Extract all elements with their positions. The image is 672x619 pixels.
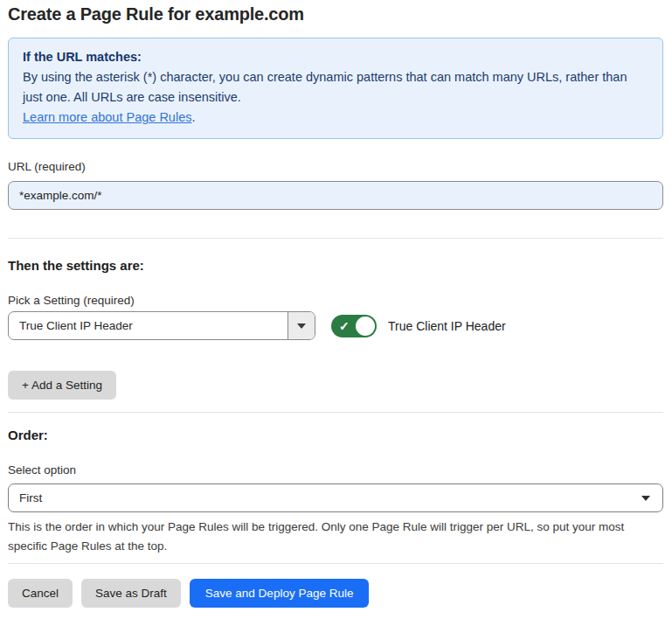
setting-row: True Client IP Header ✓ True Client IP H…: [8, 311, 663, 340]
info-box-link-line: Learn more about Page Rules.: [23, 108, 648, 128]
save-and-deploy-button[interactable]: Save and Deploy Page Rule: [190, 579, 370, 608]
setting-toggle-label: True Client IP Header: [388, 319, 506, 333]
page-title: Create a Page Rule for example.com: [8, 4, 663, 24]
form-actions: Cancel Save as Draft Save and Deploy Pag…: [8, 579, 663, 608]
chevron-down-icon: [641, 496, 650, 501]
divider: [8, 412, 663, 413]
order-select-label: Select option: [8, 463, 663, 476]
divider: [8, 563, 663, 564]
order-select[interactable]: First: [8, 483, 663, 512]
settings-section-heading: Then the settings are:: [8, 258, 663, 273]
url-match-info-box: If the URL matches: By using the asteris…: [8, 38, 663, 139]
order-help-text: This is the order in which your Page Rul…: [8, 518, 659, 556]
url-input[interactable]: [8, 181, 663, 210]
toggle-knob: [356, 316, 375, 336]
check-icon: ✓: [339, 319, 350, 331]
url-field-label: URL (required): [8, 160, 663, 173]
info-box-body: By using the asterisk (*) character, you…: [23, 67, 648, 108]
setting-select-arrow-button[interactable]: [288, 312, 315, 339]
pick-setting-label: Pick a Setting (required): [8, 294, 663, 307]
order-select-value: First: [19, 491, 42, 504]
info-box-heading: If the URL matches:: [23, 47, 648, 67]
cancel-button[interactable]: Cancel: [8, 579, 73, 608]
add-setting-button[interactable]: + Add a Setting: [8, 371, 116, 400]
link-period: .: [191, 110, 195, 124]
divider: [8, 238, 663, 239]
chevron-down-icon: [297, 323, 306, 329]
learn-more-link[interactable]: Learn more about Page Rules: [23, 110, 191, 124]
page-rule-form: Create a Page Rule for example.com If th…: [0, 0, 672, 608]
setting-toggle[interactable]: ✓: [331, 315, 377, 337]
setting-select-value: True Client IP Header: [9, 312, 288, 339]
order-section-heading: Order:: [8, 428, 663, 442]
setting-select[interactable]: True Client IP Header: [8, 311, 315, 340]
save-as-draft-button[interactable]: Save as Draft: [81, 579, 181, 608]
